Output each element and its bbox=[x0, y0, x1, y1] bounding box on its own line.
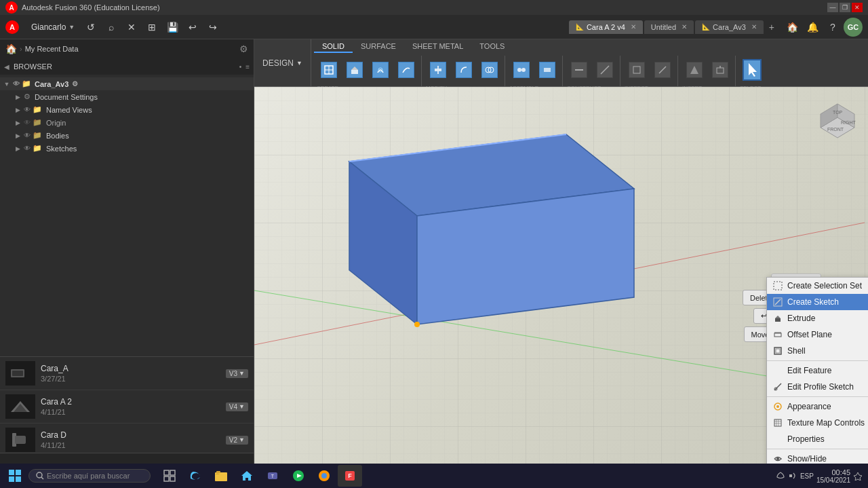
start-button[interactable] bbox=[3, 465, 27, 487]
tab-untitled[interactable]: Untitled ✕ bbox=[644, 20, 694, 34]
ctx-edit-feature[interactable]: Edit Feature bbox=[767, 362, 868, 379]
ctx-shell[interactable]: Shell bbox=[767, 343, 868, 359]
sketches-expand-icon[interactable]: ▶ bbox=[14, 145, 22, 153]
named-views-expand-icon[interactable]: ▶ bbox=[14, 106, 22, 114]
origin-eye-icon[interactable]: 👁 bbox=[24, 119, 31, 126]
extension-button[interactable]: 🔔 bbox=[803, 18, 822, 37]
minimize-button[interactable]: — bbox=[827, 3, 838, 12]
tool-inspect1[interactable] bbox=[625, 56, 649, 84]
tab-sheet-metal[interactable]: SHEET METAL bbox=[404, 41, 471, 53]
tree-root[interactable]: ▼ 👁 📁 Cara_Av3 ⚙ bbox=[0, 77, 254, 90]
maximize-button[interactable]: ❐ bbox=[840, 3, 850, 12]
viewport[interactable]: Repeat... Delete ✕ Press Pull ↩ Undo bbox=[254, 87, 868, 488]
ctx-create-sketch[interactable]: Create Sketch bbox=[767, 294, 868, 310]
tool-extrude[interactable] bbox=[342, 56, 367, 84]
tree-sketches[interactable]: ▶ 👁 📁 Sketches bbox=[0, 142, 254, 155]
doc-settings-expand-icon[interactable]: ▶ bbox=[14, 93, 22, 101]
tab-nav-button[interactable]: 🏠 bbox=[783, 18, 802, 37]
tool-insert2[interactable] bbox=[708, 56, 732, 84]
tab-tools[interactable]: TOOLS bbox=[471, 41, 513, 53]
root-expand-icon[interactable]: ▼ bbox=[3, 80, 11, 88]
tab-untitled-close[interactable]: ✕ bbox=[682, 23, 687, 31]
ctx-edit-profile-sketch[interactable]: Edit Profile Sketch bbox=[767, 379, 868, 395]
sidebar-item-cara-a2[interactable]: Cara A 2 4/11/21 V4 ▼ bbox=[0, 390, 254, 424]
sidebar-item-cara-a[interactable]: Cara_A 3/27/21 V3 ▼ bbox=[0, 357, 254, 390]
tool-construct2[interactable] bbox=[593, 56, 617, 84]
tool-fillet[interactable] bbox=[452, 56, 476, 84]
tree-named-views[interactable]: ▶ 👁 📁 Named Views bbox=[0, 103, 254, 116]
press-pull-icon bbox=[430, 62, 446, 78]
new-tab-button[interactable]: + bbox=[765, 22, 778, 33]
tool-revolve[interactable] bbox=[368, 56, 393, 84]
taskbar-app-music[interactable] bbox=[286, 465, 311, 487]
close-doc-button[interactable]: ✕ bbox=[122, 18, 141, 37]
tool-select1[interactable] bbox=[740, 56, 764, 84]
create-tools bbox=[317, 56, 418, 84]
taskbar-app-edge[interactable] bbox=[183, 465, 208, 487]
taskbar-app-fusion[interactable]: F bbox=[338, 465, 362, 487]
tab-surface[interactable]: SURFACE bbox=[353, 41, 404, 53]
tree-origin[interactable]: ▶ 👁 📁 Origin bbox=[0, 116, 254, 129]
close-button[interactable]: ✕ bbox=[852, 3, 863, 12]
save-button[interactable]: 💾 bbox=[163, 18, 182, 37]
tab-cara-a2-close[interactable]: ✕ bbox=[631, 23, 636, 31]
help-button[interactable]: ? bbox=[823, 18, 842, 37]
tree-bodies[interactable]: ▶ 👁 📁 Bodies bbox=[0, 129, 254, 142]
taskbar-app-chat[interactable]: T bbox=[260, 465, 285, 487]
tool-construct1[interactable] bbox=[567, 56, 591, 84]
tab-solid[interactable]: SOLID bbox=[314, 41, 353, 53]
taskbar-app-task-view[interactable] bbox=[157, 465, 182, 487]
tool-press-pull[interactable] bbox=[426, 56, 450, 84]
cara-d-version[interactable]: V2 ▼ bbox=[226, 436, 248, 445]
tab-cara-av3[interactable]: 📐 Cara_Av3 ✕ bbox=[695, 20, 764, 34]
tool-joint[interactable] bbox=[509, 56, 534, 84]
grid-view-button[interactable]: ⊞ bbox=[142, 18, 161, 37]
viewport-cube[interactable]: FRONT RIGHT TOP bbox=[814, 94, 861, 141]
insert-tools bbox=[682, 56, 732, 84]
tab-cara-av3-close[interactable]: ✕ bbox=[751, 23, 757, 31]
ctx-properties[interactable]: Properties bbox=[767, 431, 868, 447]
design-dropdown[interactable]: DESIGN ▼ bbox=[254, 39, 311, 86]
tool-combine[interactable] bbox=[477, 56, 502, 84]
search-button[interactable]: ⌕ bbox=[102, 18, 121, 37]
ctx-appearance[interactable]: Appearance a bbox=[767, 398, 868, 415]
ctx-create-selection-set[interactable]: Create Selection Set bbox=[767, 278, 868, 294]
bodies-expand-icon[interactable]: ▶ bbox=[14, 132, 22, 140]
cara-d-thumb-img bbox=[8, 430, 33, 449]
tool-inspect2[interactable] bbox=[650, 56, 675, 84]
sidebar-settings-icon[interactable]: ⚙ bbox=[239, 43, 248, 54]
tool-sweep[interactable] bbox=[394, 56, 418, 84]
redo-button[interactable]: ↪ bbox=[203, 18, 222, 37]
root-settings-icon[interactable]: ⚙ bbox=[72, 80, 78, 88]
user-menu[interactable]: Giancarlo ▼ bbox=[26, 20, 80, 35]
named-views-eye-icon[interactable]: 👁 bbox=[24, 106, 31, 113]
cara-a2-version[interactable]: V4 ▼ bbox=[226, 402, 248, 411]
notification-icon[interactable] bbox=[853, 471, 863, 481]
taskbar-app-home[interactable] bbox=[235, 465, 259, 487]
taskbar-app-explorer[interactable] bbox=[209, 465, 233, 487]
tool-as-built-joint[interactable] bbox=[535, 56, 559, 84]
refresh-button[interactable]: ↺ bbox=[81, 18, 100, 37]
browser-header[interactable]: ◀ BROWSER • ≡ bbox=[0, 58, 254, 75]
undo-button[interactable]: ↩ bbox=[183, 18, 202, 37]
tool-new-component[interactable] bbox=[317, 56, 341, 84]
tree-named-views-label: Named Views bbox=[46, 106, 92, 114]
ctx-texture-map[interactable]: Texture Map Controls bbox=[767, 415, 868, 431]
taskbar-app-firefox[interactable] bbox=[312, 465, 336, 487]
sidebar-item-cara-d[interactable]: Cara D 4/11/21 V2 ▼ bbox=[0, 424, 254, 453]
tree-document-settings[interactable]: ▶ ⚙ Document Settings bbox=[0, 90, 254, 103]
tool-insert1[interactable] bbox=[682, 56, 707, 84]
svg-rect-81 bbox=[16, 476, 21, 482]
bodies-folder-icon: 📁 bbox=[33, 131, 42, 140]
bodies-eye-icon[interactable]: 👁 bbox=[24, 132, 31, 139]
ctx-extrude[interactable]: Extrude e bbox=[767, 310, 868, 326]
cara-a-version[interactable]: V3 ▼ bbox=[226, 369, 248, 378]
taskbar-search[interactable]: Escribe aquí para buscar bbox=[28, 469, 151, 483]
origin-expand-icon[interactable]: ▶ bbox=[14, 119, 22, 127]
tab-cara-a2[interactable]: 📐 Cara A 2 v4 ✕ bbox=[569, 20, 643, 34]
sketches-eye-icon[interactable]: 👁 bbox=[24, 145, 31, 152]
ctx-sep-2 bbox=[767, 396, 868, 397]
ctx-offset-plane[interactable]: Offset Plane bbox=[767, 326, 868, 343]
user-avatar[interactable]: GC bbox=[844, 18, 863, 37]
root-visibility-icon[interactable]: 👁 bbox=[13, 80, 20, 88]
